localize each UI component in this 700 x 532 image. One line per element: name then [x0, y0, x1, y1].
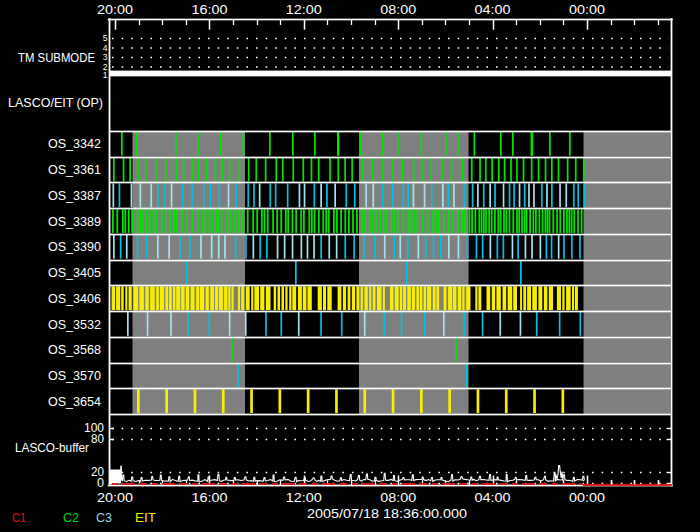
svg-text:OS_3570: OS_3570 [48, 368, 101, 383]
svg-text:OS_3342: OS_3342 [48, 136, 101, 151]
svg-text:20:00: 20:00 [97, 2, 133, 17]
svg-text:08:00: 08:00 [380, 490, 416, 505]
svg-text:16:00: 16:00 [191, 2, 227, 17]
svg-text:00:00: 00:00 [569, 490, 605, 505]
svg-text:LASCO/EIT (OP): LASCO/EIT (OP) [8, 95, 103, 110]
svg-text:OS_3361: OS_3361 [48, 162, 101, 177]
svg-text:04:00: 04:00 [475, 2, 511, 17]
svg-text:4: 4 [103, 43, 108, 53]
svg-text:12:00: 12:00 [286, 2, 322, 17]
svg-text:OS_3568: OS_3568 [48, 342, 101, 357]
svg-text:12:00: 12:00 [286, 490, 322, 505]
svg-text:1: 1 [103, 70, 108, 80]
svg-text:OS_3654: OS_3654 [48, 394, 101, 409]
svg-text:OS_3390: OS_3390 [48, 239, 101, 254]
svg-text:2005/07/18 18:36:00.000: 2005/07/18 18:36:00.000 [307, 506, 467, 521]
svg-text:C1: C1 [12, 510, 26, 525]
svg-text:OS_3389: OS_3389 [48, 214, 101, 229]
svg-text:16:00: 16:00 [191, 490, 227, 505]
svg-text:OS_3532: OS_3532 [48, 317, 101, 332]
svg-text:04:00: 04:00 [475, 490, 511, 505]
svg-text:LASCO-buffer: LASCO-buffer [15, 440, 90, 455]
svg-text:08:00: 08:00 [380, 2, 416, 17]
svg-text:OS_3405: OS_3405 [48, 265, 101, 280]
svg-text:C2: C2 [63, 510, 79, 525]
svg-text:80: 80 [91, 431, 104, 446]
svg-text:3: 3 [103, 52, 108, 62]
svg-text:OS_3387: OS_3387 [48, 188, 101, 203]
svg-text:TM SUBMODE: TM SUBMODE [18, 50, 95, 65]
svg-text:00:00: 00:00 [569, 2, 605, 17]
svg-text:EIT: EIT [135, 510, 156, 525]
svg-text:C3: C3 [96, 510, 112, 525]
svg-text:20:00: 20:00 [97, 490, 133, 505]
svg-text:5: 5 [103, 33, 108, 43]
svg-text:OS_3406: OS_3406 [48, 291, 101, 306]
svg-text:0: 0 [97, 475, 104, 490]
